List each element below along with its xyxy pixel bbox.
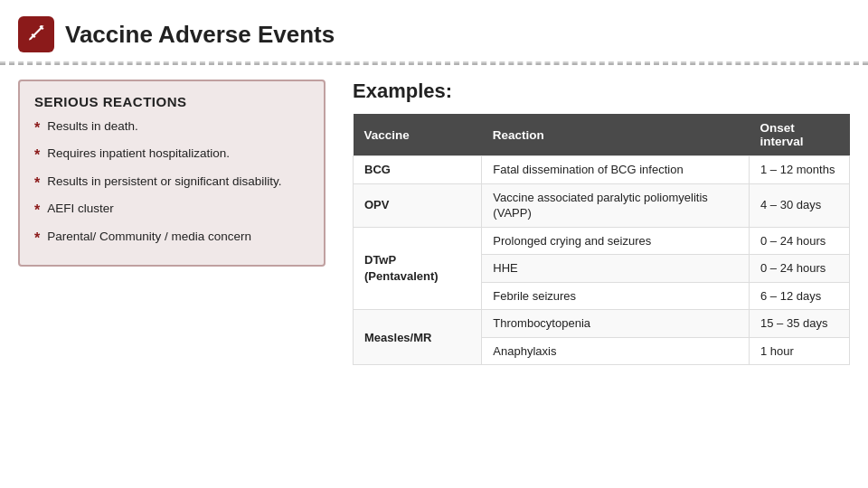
bullet-star-4: *: [34, 201, 40, 221]
reaction-cell: Prolonged crying and seizures: [482, 227, 750, 255]
right-panel: Examples: Vaccine Reaction Onset interva…: [353, 80, 850, 472]
onset-cell: 4 – 30 days: [750, 183, 850, 227]
reaction-cell: HHE: [482, 255, 750, 283]
vaccine-cell: OPV: [354, 183, 482, 227]
col-header-vaccine: Vaccine: [354, 114, 482, 156]
onset-cell: 1 – 12 months: [750, 156, 850, 184]
reaction-cell: Fatal dissemination of BCG infection: [482, 156, 750, 184]
reaction-cell: Febrile seizures: [482, 282, 750, 310]
bullet-item-3: * Results in persistent or significant d…: [34, 174, 309, 193]
table-row: OPV Vaccine associated paralytic poliomy…: [354, 183, 850, 227]
reaction-cell: Thrombocytopenia: [482, 310, 750, 338]
onset-cell: 6 – 12 days: [750, 282, 850, 310]
examples-table: Vaccine Reaction Onset interval BCG Fata…: [353, 114, 850, 365]
table-row: Measles/MR Thrombocytopenia 15 – 35 days: [354, 310, 850, 338]
bullet-item-5: * Parental/ Community / media concern: [34, 229, 309, 249]
bullet-item-4: * AEFI cluster: [34, 201, 309, 221]
bullet-star-3: *: [34, 174, 40, 193]
page-title: Vaccine Adverse Events: [65, 21, 335, 49]
vaccine-cell-dtwp: DTwP (Pentavalent): [354, 227, 482, 310]
col-header-reaction: Reaction: [482, 114, 750, 156]
bullet-text-3: Results in persistent or significant dis…: [47, 174, 281, 191]
bullet-star-1: *: [34, 118, 40, 138]
vaccine-cell: BCG: [354, 156, 482, 184]
onset-cell: 1 hour: [750, 337, 850, 365]
bullet-text-2: Requires inpatient hospitalization.: [47, 145, 230, 163]
bullet-text-1: Results in death.: [47, 118, 138, 136]
onset-cell: 0 – 24 hours: [750, 255, 850, 283]
table-row: BCG Fatal dissemination of BCG infection…: [354, 156, 850, 184]
left-panel: SERIOUS REACTIONS * Results in death. * …: [18, 80, 326, 472]
bullet-item-1: * Results in death.: [34, 118, 309, 138]
onset-cell: 15 – 35 days: [750, 310, 850, 338]
table-header-row: Vaccine Reaction Onset interval: [354, 114, 850, 156]
reaction-cell: Anaphylaxis: [482, 337, 750, 365]
bullet-star-2: *: [34, 145, 40, 165]
page-header: Vaccine Adverse Events: [0, 0, 868, 63]
examples-title: Examples:: [353, 80, 850, 103]
serious-reactions-box: SERIOUS REACTIONS * Results in death. * …: [18, 80, 326, 267]
col-header-onset: Onset interval: [750, 114, 850, 156]
bullet-item-2: * Requires inpatient hospitalization.: [34, 145, 309, 165]
main-content: SERIOUS REACTIONS * Results in death. * …: [0, 65, 868, 481]
onset-cell: 0 – 24 hours: [750, 227, 850, 255]
header-icon: [18, 16, 54, 52]
reaction-cell: Vaccine associated paralytic poliomyelit…: [482, 183, 750, 227]
serious-reactions-title: SERIOUS REACTIONS: [34, 94, 309, 109]
bullet-star-5: *: [34, 229, 40, 249]
vaccine-cell-measles: Measles/MR: [354, 310, 482, 365]
bullet-text-5: Parental/ Community / media concern: [47, 229, 251, 246]
table-row: DTwP (Pentavalent) Prolonged crying and …: [354, 227, 850, 255]
bullet-text-4: AEFI cluster: [47, 201, 114, 218]
